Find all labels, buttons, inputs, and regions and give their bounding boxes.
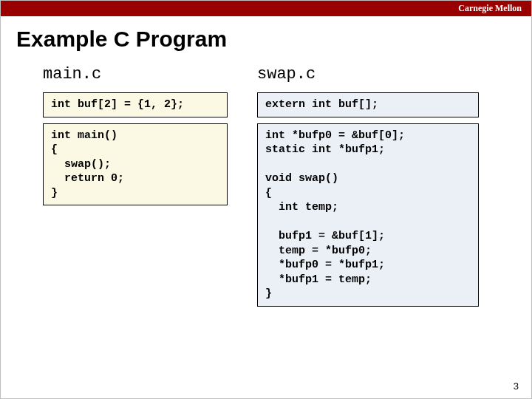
filename-main: main.c [43, 65, 228, 83]
right-column: swap.c extern int buf[]; int *bufp0 = &b… [257, 65, 479, 307]
content-columns: main.c int buf[2] = {1, 2}; int main() {… [0, 65, 532, 307]
filename-swap: swap.c [257, 65, 479, 83]
slide-title: Example C Program [16, 27, 532, 52]
code-main-func: int main() { swap(); return 0; } [43, 123, 228, 206]
code-swap-extern: extern int buf[]; [257, 92, 479, 117]
code-swap-func: int *bufp0 = &buf[0]; static int *bufp1;… [257, 123, 479, 307]
page-number: 3 [514, 381, 519, 392]
header-bar: Carnegie Mellon [0, 0, 532, 16]
brand-text: Carnegie Mellon [458, 3, 522, 14]
left-column: main.c int buf[2] = {1, 2}; int main() {… [43, 65, 228, 307]
code-main-decl: int buf[2] = {1, 2}; [43, 92, 228, 117]
